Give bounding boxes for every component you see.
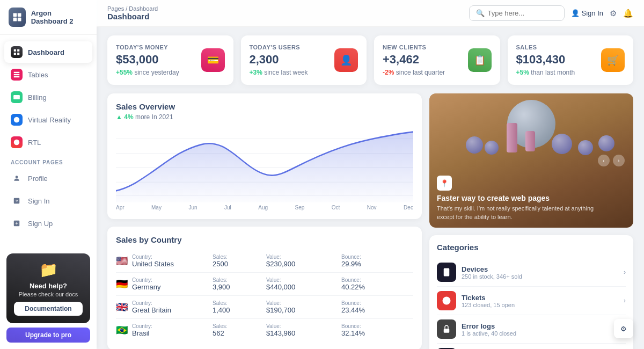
settings-fab[interactable]: ⚙ xyxy=(614,319,633,338)
bounce-val-de: 40.22% xyxy=(341,283,365,291)
value-col-br: Value: $143,960 xyxy=(266,323,341,337)
chart-label-jul: Jul xyxy=(224,205,231,210)
chart-area xyxy=(116,127,413,202)
chart-label-may: May xyxy=(151,205,162,210)
sidebar-item-signup[interactable]: Sign Up xyxy=(4,213,92,234)
help-subtitle: Please check our docs xyxy=(14,291,83,297)
stat-change-pos-users: +3% xyxy=(250,69,262,76)
sidebar-item-billing-label: Billing xyxy=(28,93,47,101)
stat-label-sales: SALES xyxy=(516,44,602,50)
stat-value-users: 2,300 xyxy=(250,53,335,67)
promo-prev-btn[interactable]: ‹ xyxy=(598,155,610,166)
svg-rect-9 xyxy=(14,74,20,75)
category-item-devices[interactable]: Devices 250 in stock, 346+ sold › xyxy=(437,258,626,287)
profile-icon xyxy=(11,172,23,184)
country-row-de: 🇩🇪 Country: Germany Sales: 3,900 xyxy=(116,273,413,296)
bounce-col-gb: Bounce: 23.44% xyxy=(341,300,406,314)
chart-label-apr: Apr xyxy=(116,205,125,210)
tickets-name: Tickets xyxy=(462,294,624,302)
right-panel: ‹ › 📍 Faster way to create web pages Tha… xyxy=(429,93,633,349)
svg-rect-10 xyxy=(14,76,20,77)
errors-info: Error logs 1 is active, 40 closed xyxy=(462,322,624,337)
breadcrumb: Pages / Dashboard Dashboard xyxy=(107,5,158,21)
country-info-br: 🇧🇷 Country: Brasil xyxy=(116,323,213,337)
svg-rect-4 xyxy=(14,49,16,52)
sales-overview-title: Sales Overview xyxy=(116,102,413,111)
sales-col-de: Sales: 3,900 xyxy=(213,277,266,291)
search-box: 🔍 xyxy=(469,5,565,21)
stat-change-clients: -2% since last quarter xyxy=(383,69,468,76)
stat-value-clients: +3,462 xyxy=(383,53,468,67)
category-item-happy[interactable]: Happy users + 430 › xyxy=(437,344,626,349)
promo-title: Faster way to create web pages xyxy=(437,194,606,202)
bounce-col-de: Bounce: 40.22% xyxy=(341,277,406,291)
svg-rect-1 xyxy=(18,13,21,17)
app-name: Argon Dashboard 2 xyxy=(31,9,88,25)
errors-name: Error logs xyxy=(462,322,624,330)
errors-sub: 1 is active, 40 closed xyxy=(462,330,624,337)
bounce-val-br: 32.14% xyxy=(341,329,365,337)
documentation-button[interactable]: Documentation xyxy=(14,302,83,316)
sales-val-us: 2500 xyxy=(213,260,228,268)
search-input[interactable] xyxy=(488,9,558,17)
logo-icon xyxy=(9,8,26,27)
sidebar-item-profile[interactable]: Profile xyxy=(4,168,92,189)
upgrade-pro-button[interactable]: Upgrade to pro xyxy=(6,328,90,343)
settings-icon[interactable]: ⚙ xyxy=(610,9,617,18)
sidebar-item-tables[interactable]: Tables xyxy=(4,64,92,85)
sidebar-item-billing[interactable]: Billing xyxy=(4,86,92,108)
value-col-us: Value: $230,900 xyxy=(266,254,341,268)
signup-icon xyxy=(11,217,23,229)
sidebar-bottom: 📁 Need help? Please check our docs Docum… xyxy=(0,247,97,349)
devices-icon xyxy=(437,263,456,282)
bell-icon[interactable]: 🔔 xyxy=(623,9,633,18)
devices-arrow: › xyxy=(624,268,626,276)
country-table: 🇺🇸 Country: United States Sales: 2500 xyxy=(116,250,413,341)
category-item-tickets[interactable]: Tickets 123 closed, 15 open › xyxy=(437,287,626,315)
svg-rect-0 xyxy=(13,13,17,17)
sidebar-item-signin-label: Sign In xyxy=(28,197,49,205)
sidebar-item-vr[interactable]: Virtual Reality xyxy=(4,109,92,130)
bounce-val-gb: 23.44% xyxy=(341,306,365,314)
devices-sub: 250 in stock, 346+ sold xyxy=(462,273,624,280)
errors-icon xyxy=(437,319,456,339)
stat-change-pos-money: +55% xyxy=(116,69,133,76)
flag-br: 🇧🇷 xyxy=(116,324,128,336)
topbar-signin[interactable]: 👤 Sign In xyxy=(571,9,603,17)
sidebar-item-dashboard[interactable]: Dashboard xyxy=(4,41,92,63)
country-info-de: 🇩🇪 Country: Germany xyxy=(116,277,213,291)
sales-overview-card: Sales Overview ▲ 4% more In 2021 xyxy=(107,93,422,219)
stat-change-money: +55% since yesterday xyxy=(116,69,201,76)
country-detail-us: Country: United States xyxy=(132,254,174,268)
chart-change-text: more In 2021 xyxy=(135,113,173,121)
col-country-label-gb: Country: xyxy=(132,300,171,306)
country-row-us: 🇺🇸 Country: United States Sales: 2500 xyxy=(116,250,413,273)
tables-icon xyxy=(11,69,23,81)
category-item-errors[interactable]: Error logs 1 is active, 40 closed › xyxy=(437,315,626,344)
sidebar-item-signup-label: Sign Up xyxy=(28,220,53,228)
country-row-br: 🇧🇷 Country: Brasil Sales: 562 xyxy=(116,319,413,341)
svg-rect-5 xyxy=(17,49,19,52)
sidebar-item-signin[interactable]: Sign In xyxy=(4,190,92,212)
sales-by-country-card: Sales by Country 🇺🇸 Country: United Stat… xyxy=(107,227,422,349)
svg-point-14 xyxy=(15,119,16,120)
svg-rect-6 xyxy=(14,53,16,55)
country-row-gb: 🇬🇧 Country: Great Britain Sales: 1,400 xyxy=(116,296,413,319)
sidebar-item-rtl[interactable]: RTL xyxy=(4,132,92,153)
bottom-row: Sales Overview ▲ 4% more In 2021 xyxy=(107,93,633,349)
help-title: Need help? xyxy=(14,282,83,290)
stat-card-users: TODAY'S USERS 2,300 +3% since last week … xyxy=(241,35,367,85)
sales-val-de: 3,900 xyxy=(213,283,230,291)
promo-pin-icon: 📍 xyxy=(437,176,452,191)
tickets-arrow: › xyxy=(624,297,626,304)
svg-rect-2 xyxy=(13,18,17,21)
promo-next-btn[interactable]: › xyxy=(613,155,625,166)
stat-info-users: TODAY'S USERS 2,300 +3% since last week xyxy=(250,44,335,76)
country-info-gb: 🇬🇧 Country: Great Britain xyxy=(116,300,213,314)
sidebar-item-tables-label: Tables xyxy=(28,71,48,79)
help-box: 📁 Need help? Please check our docs Docum… xyxy=(6,253,90,323)
country-name-br: Brasil xyxy=(132,329,150,337)
bounce-col-us: Bounce: 29.9% xyxy=(341,254,406,268)
flag-de: 🇩🇪 xyxy=(116,278,128,290)
sales-col-br: Sales: 562 xyxy=(213,323,266,337)
